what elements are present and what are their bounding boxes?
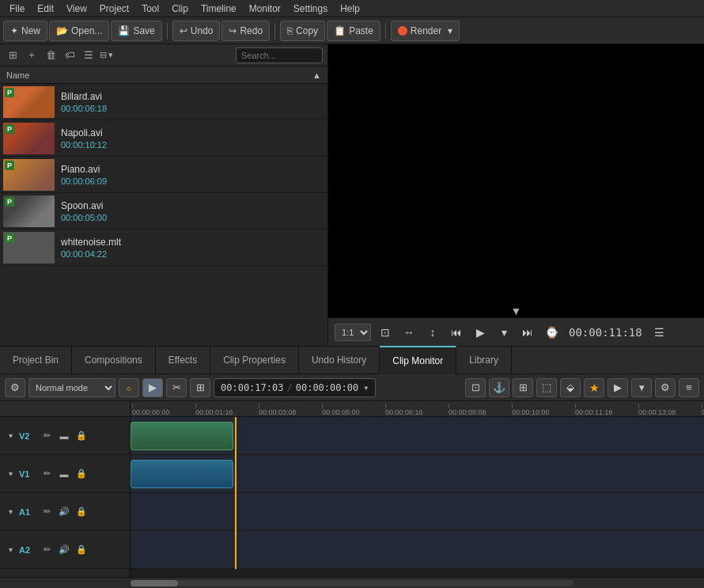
- play-dropdown-icon[interactable]: ▾: [494, 323, 513, 342]
- tl-star-btn[interactable]: ★: [584, 378, 604, 397]
- panel-delete-icon[interactable]: 🗑: [43, 47, 59, 63]
- copy-button[interactable]: ⎘ Copy: [280, 21, 325, 41]
- panel-add-icon[interactable]: +: [24, 47, 40, 63]
- menu-view[interactable]: View: [60, 2, 93, 16]
- menu-timeline[interactable]: Timeline: [195, 2, 243, 16]
- playhead[interactable]: [235, 417, 237, 569]
- tl-link-btn[interactable]: ⚓: [489, 378, 509, 397]
- v2-lock-icon[interactable]: 🔒: [74, 429, 89, 443]
- ruler-mark: 00:00:06:16: [385, 404, 449, 416]
- preview-controls: 1:1 1:2 Fit ⊡ ↔ ↕ ⏮ ▶ ▾ ⏭ ⌚ 00:00:11:18 …: [328, 317, 704, 346]
- v2-clip-icon[interactable]: ▬: [57, 429, 71, 443]
- new-button[interactable]: ✦ New: [3, 21, 47, 41]
- menu-settings[interactable]: Settings: [287, 2, 334, 16]
- track-row-a2[interactable]: [131, 531, 704, 569]
- render-button[interactable]: Render ▾: [391, 21, 460, 41]
- menu-file[interactable]: File: [3, 2, 31, 16]
- open-button[interactable]: 📂 Open...: [49, 21, 109, 41]
- tl-settings-btn[interactable]: ⚙: [5, 378, 25, 397]
- track-row-a1[interactable]: [131, 493, 704, 531]
- tab-compositions[interactable]: Compositions: [72, 346, 156, 374]
- undo-button[interactable]: ↩ Undo: [172, 21, 221, 41]
- settings-icon[interactable]: ☰: [650, 323, 669, 342]
- fast-forward-button[interactable]: ⏭: [518, 323, 537, 342]
- file-list: P Billard.avi 00:00:06:18 P Napoli.avi 0…: [0, 84, 327, 346]
- tl-play-dropdown[interactable]: ▾: [631, 378, 652, 397]
- tl-split-btn[interactable]: ⬚: [536, 378, 557, 397]
- list-item[interactable]: P whitenoise.mlt 00:00:04:22: [0, 230, 327, 266]
- menu-clip[interactable]: Clip: [165, 2, 195, 16]
- a1-pen-icon[interactable]: ✏: [40, 505, 54, 519]
- menu-help[interactable]: Help: [334, 2, 366, 16]
- tab-effects[interactable]: Effects: [156, 346, 210, 374]
- timecode-dropdown[interactable]: ▾: [363, 382, 369, 393]
- track-row-v2[interactable]: [131, 417, 704, 455]
- a1-lock-icon[interactable]: 🔒: [74, 505, 89, 519]
- tracks-container[interactable]: 00:00:00:00 00:00:01:16 00:00:03:08 00:0…: [131, 401, 704, 577]
- v2-clip[interactable]: [131, 422, 233, 450]
- panel-grid-icon[interactable]: ⊞: [5, 47, 21, 63]
- paste-button[interactable]: 📋 Paste: [327, 21, 380, 41]
- v1-lock-icon[interactable]: 🔒: [74, 467, 89, 481]
- tl-group-btn[interactable]: ⊞: [190, 378, 210, 397]
- fit-screen-button[interactable]: ⊡: [376, 323, 395, 342]
- filter-button[interactable]: ⊟ ▾: [100, 50, 113, 60]
- scrollbar-thumb[interactable]: [131, 580, 178, 586]
- toolbar-sep-3: [385, 23, 386, 39]
- track-row-v1[interactable]: [131, 455, 704, 493]
- save-button[interactable]: 💾 Save: [111, 21, 161, 41]
- v2-pen-icon[interactable]: ✏: [40, 429, 54, 443]
- tl-more-btn[interactable]: ⚙: [655, 378, 676, 397]
- panel-menu-icon[interactable]: ☰: [81, 47, 97, 63]
- track-header-v1: ▾ V1 ✏ ▬ 🔒: [0, 455, 130, 493]
- redo-button[interactable]: ↪ Redo: [221, 21, 270, 41]
- list-item[interactable]: P Spoon.avi 00:00:05:00: [0, 193, 327, 230]
- rewind-button[interactable]: ⏮: [447, 323, 466, 342]
- filter-dropdown-icon: ▾: [108, 50, 113, 60]
- tl-cut-btn[interactable]: ✂: [166, 378, 187, 397]
- sort-icon[interactable]: ▲: [312, 70, 321, 80]
- v1-expand[interactable]: ▾: [5, 469, 16, 480]
- search-input[interactable]: [241, 51, 317, 60]
- tl-extra-btn[interactable]: ≡: [679, 378, 699, 397]
- a1-mute-icon[interactable]: 🔊: [57, 505, 71, 519]
- zoom-select[interactable]: 1:1 1:2 Fit: [335, 324, 371, 341]
- a2-expand[interactable]: ▾: [5, 544, 16, 556]
- list-item[interactable]: P Napoli.avi 00:00:10:12: [0, 120, 327, 157]
- mode-select[interactable]: Normal mode: [28, 378, 115, 397]
- zoom-out-button[interactable]: ↕: [423, 323, 442, 342]
- menu-edit[interactable]: Edit: [31, 2, 60, 16]
- tab-clip-properties[interactable]: Clip Properties: [210, 346, 299, 374]
- tab-library[interactable]: Library: [456, 346, 512, 374]
- list-item[interactable]: P Piano.avi 00:00:06:09: [0, 157, 327, 193]
- tl-play-btn[interactable]: ▶: [607, 378, 628, 397]
- tl-extract-btn[interactable]: ⬙: [560, 378, 581, 397]
- ruler-mark: 00:00:01:16: [195, 404, 259, 416]
- a2-pen-icon[interactable]: ✏: [40, 543, 54, 557]
- a2-lock-icon[interactable]: 🔒: [74, 543, 89, 557]
- search-box[interactable]: [236, 47, 323, 63]
- v1-clip[interactable]: [131, 460, 233, 488]
- loop-button[interactable]: ⌚: [542, 323, 561, 342]
- preview-arrow: ▼: [511, 305, 522, 317]
- a2-mute-icon[interactable]: 🔊: [57, 543, 71, 557]
- v1-pen-icon[interactable]: ✏: [40, 467, 54, 481]
- menu-monitor[interactable]: Monitor: [243, 2, 287, 16]
- play-button[interactable]: ▶: [471, 323, 490, 342]
- a1-expand[interactable]: ▾: [5, 506, 16, 518]
- tl-insert-btn[interactable]: ⬦: [119, 378, 139, 397]
- v2-expand[interactable]: ▾: [5, 431, 16, 442]
- tab-clip-monitor[interactable]: Clip Monitor: [380, 346, 456, 374]
- menu-tool[interactable]: Tool: [135, 2, 165, 16]
- list-item[interactable]: P Billard.avi 00:00:06:18: [0, 84, 327, 120]
- timeline-scrollbar[interactable]: [131, 580, 573, 586]
- zoom-in-button[interactable]: ↔: [399, 323, 418, 342]
- panel-tag-icon[interactable]: 🏷: [62, 47, 78, 63]
- menu-project[interactable]: Project: [93, 2, 135, 16]
- tab-project-bin[interactable]: Project Bin: [0, 346, 72, 374]
- tl-group2-btn[interactable]: ⊞: [513, 378, 533, 397]
- tl-overwrite-btn[interactable]: ▶: [142, 378, 163, 397]
- tab-undo-history[interactable]: Undo History: [299, 346, 380, 374]
- v1-clip-icon[interactable]: ▬: [57, 467, 71, 481]
- tl-snap-btn[interactable]: ⊡: [465, 378, 486, 397]
